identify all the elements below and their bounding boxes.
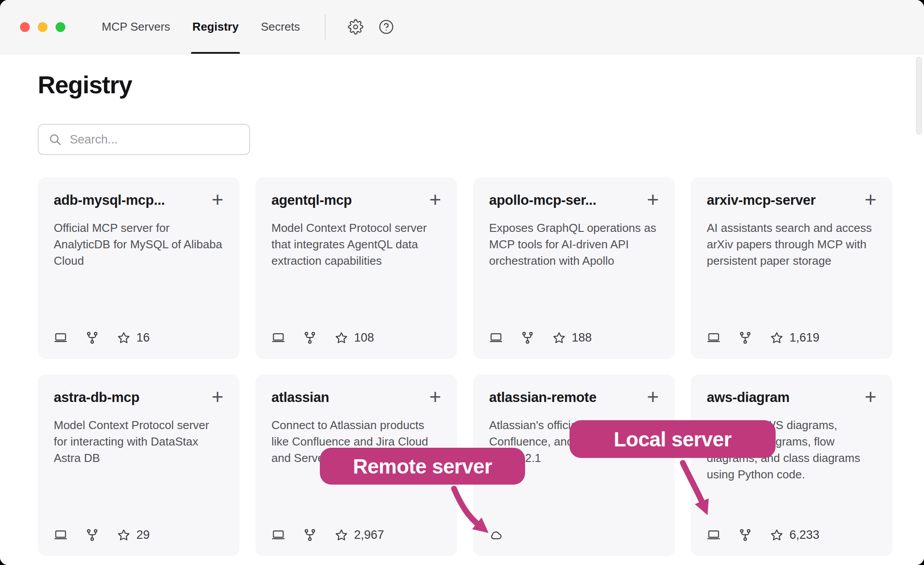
server-name: apollo-mcp-ser... [489, 192, 596, 208]
fork-icon [303, 331, 317, 345]
star-count-value: 6,233 [789, 528, 820, 542]
tab-secrets[interactable]: Secrets [261, 0, 300, 54]
star-icon [335, 331, 348, 345]
star-count: 16 [117, 331, 150, 345]
add-server-button[interactable]: + [429, 389, 441, 405]
star-count: 2,967 [335, 528, 384, 542]
server-description: Atlassian's official server for Jira, Co… [489, 417, 659, 466]
titlebar-actions [348, 19, 394, 35]
fork-icon [85, 331, 99, 345]
server-name: atlassian [271, 390, 329, 406]
server-card-astra-db-mcp[interactable]: astra-db-mcp + Model Context Protocol se… [38, 374, 239, 556]
server-description: Generate AWS diagrams, sequence diagrams… [707, 417, 876, 483]
star-icon [770, 528, 784, 542]
tab-registry[interactable]: Registry [192, 0, 239, 54]
server-card-aws-diagram[interactable]: aws-diagram + Generate AWS diagrams, seq… [691, 374, 892, 556]
server-card-apollo-mcp-server[interactable]: apollo-mcp-ser... + Exposes GraphQL oper… [473, 177, 675, 359]
card-footer: 1,619 [707, 331, 876, 345]
star-count: 108 [335, 331, 374, 345]
card-footer: 16 [54, 331, 223, 345]
star-count-value: 16 [136, 331, 150, 345]
card-footer: 29 [54, 528, 223, 542]
server-description: Exposes GraphQL operations as MCP tools … [489, 220, 659, 269]
server-card-atlassian-remote[interactable]: atlassian-remote + Atlassian's official … [473, 374, 675, 556]
close-window-button[interactable] [20, 22, 30, 32]
titlebar: MCP Servers Registry Secrets [0, 0, 924, 54]
main-tabs: MCP Servers Registry Secrets [102, 0, 300, 54]
star-count: 29 [117, 528, 150, 542]
add-server-button[interactable]: + [647, 389, 659, 405]
laptop-icon [271, 331, 285, 345]
star-count: 188 [552, 331, 592, 345]
star-icon [770, 331, 784, 345]
search-input[interactable] [70, 133, 239, 147]
server-description: AI assistants search and access arXiv pa… [707, 220, 876, 269]
server-grid: adb-mysql-mcp... + Official MCP server f… [38, 177, 893, 556]
cloud-icon [489, 528, 503, 542]
laptop-icon [54, 331, 68, 345]
star-icon [117, 331, 131, 345]
fork-icon [85, 528, 99, 542]
page-title: Registry [38, 71, 924, 99]
registry-page: Registry adb-mysql-mcp... + Official MCP… [0, 55, 924, 565]
server-description: Official MCP server for AnalyticDB for M… [54, 220, 223, 269]
star-count: 6,233 [770, 528, 820, 542]
laptop-icon [489, 331, 503, 345]
fork-icon [303, 528, 317, 542]
server-card-adb-mysql-mcp[interactable]: adb-mysql-mcp... + Official MCP server f… [38, 177, 239, 359]
add-server-button[interactable]: + [864, 191, 876, 208]
star-count: 1,619 [770, 331, 820, 345]
star-icon [552, 331, 566, 345]
server-card-agentql-mcp[interactable]: agentql-mcp + Model Context Protocol ser… [255, 177, 457, 359]
star-count-value: 188 [572, 331, 592, 345]
server-name: astra-db-mcp [54, 390, 139, 406]
server-name: atlassian-remote [489, 390, 597, 406]
star-icon [335, 528, 348, 542]
fork-icon [521, 331, 534, 345]
server-description: Connect to Atlassian products like Confl… [271, 417, 441, 466]
star-icon [117, 528, 131, 542]
gear-icon[interactable] [348, 19, 363, 35]
add-server-button[interactable]: + [211, 389, 223, 405]
traffic-lights [20, 22, 65, 32]
laptop-icon [271, 528, 285, 542]
server-name: aws-diagram [707, 390, 789, 406]
card-footer: 108 [271, 331, 441, 345]
card-footer: 6,233 [707, 528, 876, 542]
server-name: adb-mysql-mcp... [54, 192, 165, 208]
star-count-value: 29 [136, 528, 150, 542]
laptop-icon [54, 528, 68, 542]
server-name: agentql-mcp [271, 192, 352, 208]
fork-icon [738, 528, 752, 542]
server-description: Model Context Protocol server for intera… [54, 417, 223, 466]
zoom-window-button[interactable] [56, 22, 65, 32]
laptop-icon [707, 528, 721, 542]
server-card-arxiv-mcp-server[interactable]: arxiv-mcp-server + AI assistants search … [691, 177, 892, 359]
server-name: arxiv-mcp-server [707, 192, 816, 208]
scrollbar-thumb[interactable] [916, 57, 922, 135]
laptop-icon [707, 331, 721, 345]
tab-mcp-servers[interactable]: MCP Servers [102, 0, 170, 54]
fork-icon [738, 331, 752, 345]
search-icon [48, 133, 62, 146]
card-footer: 188 [489, 331, 659, 345]
add-server-button[interactable]: + [429, 191, 441, 208]
minimize-window-button[interactable] [38, 22, 48, 32]
star-count-value: 2,967 [354, 528, 384, 542]
help-icon[interactable] [378, 19, 394, 35]
add-server-button[interactable]: + [211, 191, 223, 208]
star-count-value: 108 [354, 331, 374, 345]
star-count-value: 1,619 [789, 331, 820, 345]
add-server-button[interactable]: + [864, 389, 876, 405]
search-box [38, 124, 250, 155]
server-card-atlassian[interactable]: atlassian + Connect to Atlassian product… [255, 374, 457, 556]
titlebar-divider [325, 15, 326, 40]
card-footer: 2,967 [271, 528, 441, 542]
server-description: Model Context Protocol server that integ… [271, 220, 441, 269]
app-window: MCP Servers Registry Secrets Registry ad… [0, 0, 924, 565]
card-footer [489, 528, 659, 542]
add-server-button[interactable]: + [647, 191, 659, 208]
